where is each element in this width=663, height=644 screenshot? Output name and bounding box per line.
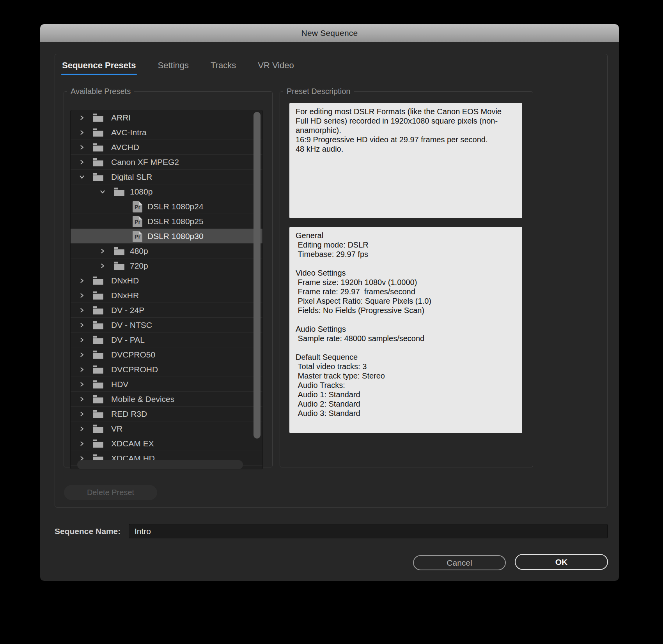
chevron-right-icon[interactable] (79, 337, 85, 343)
chevron-right-icon[interactable] (100, 248, 105, 254)
titlebar[interactable]: New Sequence (40, 24, 619, 42)
folder-icon (92, 291, 104, 300)
tree-item-label: DSLR 1080p25 (147, 217, 204, 226)
tree-item-label: DV - PAL (111, 335, 145, 345)
tree-item-folder[interactable]: VR (71, 421, 262, 436)
tree-item-label: Digital SLR (111, 172, 152, 182)
tree-item-label: XDCAM EX (111, 439, 154, 448)
folder-icon (92, 395, 104, 403)
folder-icon (92, 365, 104, 374)
chevron-right-icon[interactable] (79, 367, 85, 372)
chevron-right-icon[interactable] (79, 293, 85, 298)
available-presets-group: Available Presets ARRIAVC-IntraAVCHDCano… (64, 87, 273, 467)
ok-button[interactable]: OK (515, 554, 608, 570)
available-presets-legend: Available Presets (67, 87, 134, 96)
tree-item-folder[interactable]: DNxHR (71, 288, 262, 303)
tree-item-label: DSLR 1080p30 (147, 232, 204, 241)
tree-item-label: DV - NTSC (111, 320, 152, 330)
delete-preset-button[interactable]: Delete Preset (64, 485, 157, 500)
tree-item-label: VR (111, 424, 122, 433)
vertical-scrollbar-thumb[interactable] (254, 112, 261, 439)
chevron-right-icon[interactable] (79, 426, 85, 432)
chevron-right-icon[interactable] (79, 322, 85, 328)
tree-item-folder[interactable]: Digital SLR (71, 170, 262, 184)
tree-item-label: AVC-Intra (111, 128, 147, 137)
chevron-right-icon[interactable] (79, 145, 85, 150)
tree-item-preset[interactable]: PrDSLR 1080p30 (71, 229, 262, 244)
folder-icon (92, 336, 104, 344)
tree-item-label: DSLR 1080p24 (147, 202, 204, 211)
tree-item-label: AVCHD (111, 143, 139, 152)
folder-icon (92, 128, 104, 137)
tree-item-label: 1080p (130, 187, 152, 196)
tab-settings[interactable]: Settings (157, 58, 190, 76)
tab-content-panel: Sequence Presets Settings Tracks VR Vide… (55, 54, 608, 508)
sequence-name-input[interactable] (129, 524, 608, 538)
desktop-background: { "window": { "title": "New Sequence" },… (0, 0, 663, 644)
sequence-name-label: Sequence Name: (55, 524, 121, 538)
horizontal-scrollbar-thumb[interactable] (77, 460, 243, 469)
folder-icon (92, 173, 104, 181)
chevron-right-icon[interactable] (79, 411, 85, 417)
preset-details-text: General Editing mode: DSLR Timebase: 29.… (289, 227, 522, 433)
folder-icon (92, 306, 104, 315)
tree-item-folder[interactable]: 480p (71, 244, 262, 258)
tree-item-folder[interactable]: DV - NTSC (71, 318, 262, 333)
tree-item-folder[interactable]: 720p (71, 258, 262, 273)
tree-item-folder[interactable]: DVCPROHD (71, 362, 262, 377)
chevron-right-icon[interactable] (79, 441, 85, 446)
tree-item-label: Mobile & Devices (111, 395, 174, 404)
tree-item-folder[interactable]: DV - PAL (71, 333, 262, 347)
premiere-preset-icon: Pr (133, 201, 142, 212)
dialog-title: New Sequence (301, 28, 358, 38)
tree-item-folder[interactable]: Mobile & Devices (71, 392, 262, 407)
tree-item-folder[interactable]: HDV (71, 377, 262, 392)
tree-item-folder[interactable]: DVCPRO50 (71, 347, 262, 362)
tab-vr-video[interactable]: VR Video (257, 58, 295, 76)
preset-description-legend: Preset Description (283, 87, 354, 96)
tree-item-label: DVCPROHD (111, 365, 158, 374)
chevron-right-icon[interactable] (79, 115, 85, 120)
tree-item-label: ARRI (111, 113, 131, 122)
tree-item-label: DNxHD (111, 276, 139, 285)
folder-icon (92, 113, 104, 122)
chevron-right-icon[interactable] (100, 263, 105, 269)
folder-icon (113, 188, 125, 196)
tab-tracks[interactable]: Tracks (210, 58, 237, 76)
folder-icon (92, 380, 104, 389)
folder-icon (92, 439, 104, 448)
tree-item-label: HDV (111, 380, 128, 389)
tree-item-label: Canon XF MPEG2 (111, 157, 179, 167)
tree-item-label: RED R3D (111, 409, 147, 419)
folder-icon (92, 350, 104, 359)
tree-item-folder[interactable]: 1080p (71, 184, 262, 199)
tree-item-folder[interactable]: DNxHD (71, 273, 262, 288)
new-sequence-dialog: New Sequence Sequence Presets Settings T… (40, 24, 619, 581)
tree-item-folder[interactable]: RED R3D (71, 407, 262, 421)
chevron-right-icon[interactable] (79, 382, 85, 387)
preset-tree: ARRIAVC-IntraAVCHDCanon XF MPEG2Digital … (70, 110, 263, 469)
tree-item-preset[interactable]: PrDSLR 1080p24 (71, 199, 262, 214)
folder-icon (92, 158, 104, 166)
folder-icon (92, 143, 104, 152)
tree-item-folder[interactable]: AVC-Intra (71, 125, 262, 140)
tab-sequence-presets[interactable]: Sequence Presets (61, 58, 137, 76)
tree-item-folder[interactable]: XDCAM EX (71, 436, 262, 451)
chevron-down-icon[interactable] (79, 174, 85, 180)
chevron-right-icon[interactable] (79, 278, 85, 283)
chevron-right-icon[interactable] (79, 308, 85, 313)
cancel-button[interactable]: Cancel (413, 555, 506, 570)
chevron-right-icon[interactable] (79, 396, 85, 402)
tree-item-folder[interactable]: DV - 24P (71, 303, 262, 318)
tree-item-folder[interactable]: AVCHD (71, 140, 262, 155)
chevron-down-icon[interactable] (100, 189, 105, 195)
chevron-right-icon[interactable] (79, 130, 85, 135)
chevron-right-icon[interactable] (79, 352, 85, 357)
folder-icon (113, 247, 125, 255)
tree-item-folder[interactable]: Canon XF MPEG2 (71, 155, 262, 170)
premiere-preset-icon: Pr (133, 231, 142, 242)
tree-item-preset[interactable]: PrDSLR 1080p25 (71, 214, 262, 229)
chevron-right-icon[interactable] (79, 159, 85, 165)
tree-item-folder[interactable]: ARRI (71, 110, 262, 125)
folder-icon (113, 262, 125, 270)
